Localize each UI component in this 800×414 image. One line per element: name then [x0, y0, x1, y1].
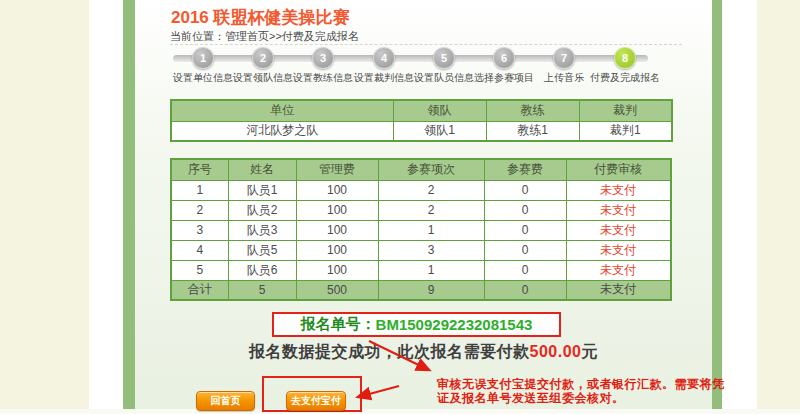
cell: 0: [484, 220, 566, 240]
registration-page: 2016 联盟杯健美操比赛 当前位置：管理首页>>付费及完成报名 1 2 3 4…: [0, 0, 800, 414]
cell: 100: [296, 180, 378, 200]
col-unit: 单位: [171, 100, 393, 121]
cell: 3: [171, 220, 228, 240]
fee-table-row: 4 队员5 100 3 0 未支付: [171, 240, 671, 260]
col-pay-status: 付费审核: [566, 159, 671, 180]
cell: 1: [171, 180, 228, 200]
cell: 100: [296, 260, 378, 280]
cell-total-label: 合计: [171, 280, 228, 300]
right-green-bar: [712, 0, 722, 409]
cell-unpaid-status: 未支付: [566, 260, 671, 280]
step-circle-2[interactable]: 2: [252, 47, 274, 69]
order-number-value: BM1509292232081543: [376, 316, 533, 333]
step-circle-4[interactable]: 4: [373, 47, 395, 69]
col-mgmt-fee: 管理费: [296, 159, 378, 180]
team-table-header-row: 单位 领队 教练 裁判: [171, 100, 672, 121]
step-circle-7[interactable]: 7: [553, 47, 575, 69]
cell-judge-name: 裁判1: [579, 121, 672, 141]
cell: 2: [378, 200, 484, 220]
breadcrumb: 当前位置：管理首页>>付费及完成报名: [170, 29, 359, 44]
fee-table-row: 5 队员6 100 1 0 未支付: [171, 260, 671, 280]
step-circle-1[interactable]: 1: [192, 47, 214, 69]
result-unit: 元: [581, 343, 598, 360]
cell-total-mgmt-fee: 500: [296, 280, 378, 300]
breadcrumb-divider: [170, 44, 682, 45]
cell-leader-name: 领队1: [393, 121, 486, 141]
cell-unpaid-status: 未支付: [566, 220, 671, 240]
left-white-strip: [89, 0, 123, 409]
right-white-strip: [722, 0, 757, 409]
cell-unit-name: 河北队梦之队: [171, 121, 393, 141]
cell-total-events: 9: [378, 280, 484, 300]
alipay-pay-button[interactable]: 去支付宝付款: [286, 391, 346, 411]
col-index: 序号: [171, 159, 228, 180]
note-line-1: 审核无误支付宝提交付款，或者银行汇款。需要将凭: [437, 377, 727, 391]
fee-table-row: 1 队员1 100 2 0 未支付: [171, 180, 671, 200]
col-event-count: 参赛项次: [378, 159, 484, 180]
col-entry-fee: 参赛费: [484, 159, 566, 180]
cell: 队员1: [228, 180, 296, 200]
team-table: 单位 领队 教练 裁判 河北队梦之队 领队1 教练1 裁判1: [170, 99, 673, 142]
cell-unpaid-status: 未支付: [566, 180, 671, 200]
cell: 队员5: [228, 240, 296, 260]
cell: 队员6: [228, 260, 296, 280]
cell-total-entry-fee: 0: [484, 280, 566, 300]
fee-table-header-row: 序号 姓名 管理费 参赛项次 参赛费 付费审核: [171, 159, 671, 180]
step-circle-8-active[interactable]: 8: [614, 47, 636, 69]
cell: 0: [484, 200, 566, 220]
step-circle-5[interactable]: 5: [433, 47, 455, 69]
cell-coach-name: 教练1: [486, 121, 579, 141]
cell-unpaid-status: 未支付: [566, 200, 671, 220]
fee-table-row: 2 队员2 100 2 0 未支付: [171, 200, 671, 220]
cell: 5: [171, 260, 228, 280]
cell: 队员2: [228, 200, 296, 220]
cell-unpaid-status: 未支付: [566, 240, 671, 260]
col-judge: 裁判: [579, 100, 672, 121]
cell: 1: [378, 220, 484, 240]
left-green-bar: [123, 0, 135, 409]
cell: 4: [171, 240, 228, 260]
fee-table-row: 3 队员3 100 1 0 未支付: [171, 220, 671, 240]
payment-amount: 500.00: [530, 343, 582, 360]
cell: 队员3: [228, 220, 296, 240]
cell: 100: [296, 200, 378, 220]
cell: 100: [296, 220, 378, 240]
cell: 1: [378, 260, 484, 280]
order-number-box: 报名单号：BM1509292232081543: [272, 312, 561, 337]
payment-instruction-note: 审核无误支付宝提交付款，或者银行汇款。需要将凭 证及报名单号发送至组委会核对。: [437, 377, 727, 405]
step-label-pay-finish: 付费及完成报名: [570, 71, 680, 85]
cell: 2: [171, 200, 228, 220]
col-leader: 领队: [393, 100, 486, 121]
cell: 0: [484, 260, 566, 280]
cell: 100: [296, 240, 378, 260]
col-name: 姓名: [228, 159, 296, 180]
order-number-label: 报名单号：: [301, 315, 376, 334]
note-line-2: 证及报名单号发送至组委会核对。: [437, 391, 727, 405]
cell: 0: [484, 180, 566, 200]
cell: 3: [378, 240, 484, 260]
stepper-track: [173, 55, 648, 62]
result-text: 报名数据提交成功，此次报名需要付款: [249, 343, 530, 360]
cell: 0: [484, 240, 566, 260]
fee-table-total-row: 合计 5 500 9 0 未支付: [171, 280, 671, 300]
submit-result-message: 报名数据提交成功，此次报名需要付款500.00元: [135, 342, 712, 363]
cell-unpaid-status: 未支付: [566, 280, 671, 300]
bottom-strip: [0, 409, 800, 414]
home-button[interactable]: 回首页: [196, 391, 255, 411]
page-title: 2016 联盟杯健美操比赛: [171, 6, 350, 29]
col-coach: 教练: [486, 100, 579, 121]
fee-table: 序号 姓名 管理费 参赛项次 参赛费 付费审核 1 队员1 100 2 0 未支…: [170, 158, 672, 301]
step-circle-3[interactable]: 3: [312, 47, 334, 69]
team-table-row: 河北队梦之队 领队1 教练1 裁判1: [171, 121, 672, 141]
cell: 2: [378, 180, 484, 200]
step-circle-6[interactable]: 6: [493, 47, 515, 69]
cell-total-count: 5: [228, 280, 296, 300]
